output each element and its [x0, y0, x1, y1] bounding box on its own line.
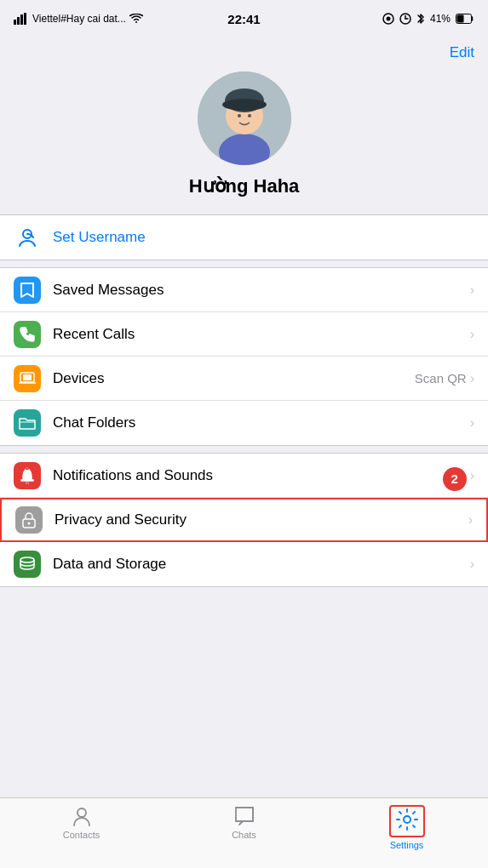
- chevron-icon: ›: [470, 327, 474, 342]
- settings-tab-highlight: [389, 805, 425, 837]
- svg-point-26: [20, 557, 34, 562]
- notifications-label: Notifications and Sounds: [53, 467, 455, 484]
- tab-bar: Contacts Chats Settings: [0, 797, 488, 868]
- chevron-icon: ›: [470, 468, 474, 483]
- svg-point-17: [248, 114, 251, 117]
- svg-point-22: [26, 482, 29, 484]
- status-right: 41%: [382, 13, 474, 25]
- username-section: Set Username: [0, 214, 488, 260]
- chevron-icon: ›: [470, 371, 474, 386]
- saved-messages-item[interactable]: Saved Messages ›: [0, 268, 488, 312]
- data-storage-label: Data and Storage: [53, 556, 470, 573]
- chats-tab-icon: [233, 805, 255, 827]
- settings-tab-label: Settings: [390, 840, 424, 850]
- svg-rect-3: [24, 13, 26, 25]
- status-left: Viettel#Hay cai dat...: [14, 13, 143, 25]
- lock-icon: [22, 511, 36, 528]
- profile-name: Hường Haha: [189, 175, 300, 197]
- notifications-item[interactable]: Notifications and Sounds 2 ›: [0, 454, 488, 498]
- svg-point-28: [404, 816, 410, 823]
- data-storage-icon: [14, 551, 41, 578]
- notifications-icon: [14, 462, 41, 489]
- chat-folders-item[interactable]: Chat Folders ›: [0, 401, 488, 445]
- bluetooth-icon: [416, 13, 425, 25]
- contacts-tab-icon: [71, 805, 93, 827]
- privacy-security-label: Privacy and Security: [55, 511, 468, 528]
- privacy-security-icon: [15, 506, 43, 534]
- tab-settings[interactable]: Settings: [325, 805, 488, 850]
- chats-tab-label: Chats: [232, 830, 256, 840]
- phone-icon: [20, 327, 35, 342]
- chat-folders-icon: [14, 409, 41, 437]
- devices-icon: [14, 365, 41, 392]
- svg-rect-20: [23, 374, 32, 380]
- at-person-icon: [15, 226, 39, 249]
- devices-label: Devices: [53, 370, 415, 387]
- set-username-label: Set Username: [53, 229, 474, 246]
- carrier-label: Viettel#Hay cai dat...: [32, 13, 126, 25]
- notification-badge: 2: [443, 467, 467, 491]
- profile-section: Hường Haha: [0, 71, 488, 214]
- at-icon: [382, 13, 394, 25]
- svg-rect-23: [26, 468, 29, 470]
- privacy-security-item[interactable]: Privacy and Security ›: [0, 498, 488, 542]
- menu-section-2: Notifications and Sounds 2 › Privacy and…: [0, 453, 488, 587]
- chevron-icon: ›: [470, 415, 474, 431]
- svg-point-15: [222, 99, 267, 111]
- folder-icon: [19, 416, 36, 430]
- time-label: 22:41: [227, 12, 260, 26]
- page-header: Edit: [0, 37, 488, 71]
- signal-icon: [14, 13, 29, 25]
- svg-point-16: [238, 114, 241, 117]
- tab-chats[interactable]: Chats: [163, 805, 325, 840]
- laptop-icon: [19, 372, 36, 385]
- battery-icon: [456, 14, 474, 24]
- devices-sublabel: Scan QR: [415, 371, 467, 385]
- wifi-icon: [129, 14, 143, 24]
- recent-calls-label: Recent Calls: [53, 326, 470, 343]
- data-storage-item[interactable]: Data and Storage ›: [0, 542, 488, 586]
- contacts-tab-label: Contacts: [63, 830, 100, 840]
- svg-rect-10: [457, 15, 464, 23]
- chevron-icon: ›: [470, 283, 474, 298]
- svg-point-27: [78, 808, 86, 817]
- settings-tab-icon: [396, 808, 418, 831]
- bookmark-icon: [20, 282, 35, 299]
- username-icon: [14, 224, 41, 251]
- chat-folders-label: Chat Folders: [53, 414, 470, 431]
- recent-calls-icon: [14, 321, 41, 348]
- database-icon: [19, 556, 36, 573]
- chevron-icon: ›: [470, 557, 474, 572]
- avatar[interactable]: [198, 71, 291, 165]
- bell-icon: [20, 467, 35, 484]
- status-bar: Viettel#Hay cai dat... 22:41 41%: [0, 0, 488, 37]
- svg-point-5: [386, 17, 390, 21]
- tab-contacts[interactable]: Contacts: [0, 805, 163, 840]
- devices-item[interactable]: Devices Scan QR ›: [0, 357, 488, 401]
- saved-messages-label: Saved Messages: [53, 282, 470, 299]
- chevron-icon: ›: [468, 512, 473, 528]
- svg-rect-1: [17, 17, 20, 25]
- set-username-item[interactable]: Set Username: [0, 215, 488, 260]
- svg-rect-2: [20, 14, 23, 25]
- clock-icon: [399, 13, 411, 25]
- battery-label: 41%: [430, 13, 451, 25]
- edit-button[interactable]: Edit: [450, 44, 474, 60]
- svg-rect-0: [14, 20, 16, 25]
- saved-messages-icon: [14, 277, 41, 304]
- recent-calls-item[interactable]: Recent Calls ›: [0, 312, 488, 357]
- menu-section-1: Saved Messages › Recent Calls › Devi: [0, 267, 488, 446]
- svg-point-25: [28, 523, 31, 525]
